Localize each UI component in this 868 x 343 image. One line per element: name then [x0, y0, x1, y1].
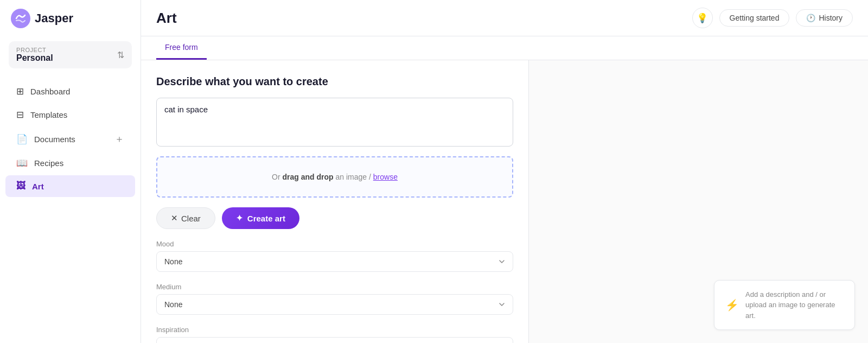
chevron-updown-icon: ⇅	[117, 50, 124, 60]
sparkle-icon: ✦	[236, 213, 243, 223]
medium-group: Medium None Oil painting Watercolor Digi…	[156, 283, 513, 315]
lightbulb-icon: 💡	[697, 12, 708, 24]
dropzone-text-or: Or	[272, 173, 282, 181]
description-textarea[interactable]	[156, 98, 513, 147]
inspiration-select[interactable]: None Monet Picasso Van Gogh Banksy	[156, 337, 513, 343]
book-icon: 📖	[16, 157, 28, 169]
topbar-actions: 💡 Getting started 🕐 History	[692, 8, 853, 28]
main-content: Art 💡 Getting started 🕐 History Free for…	[141, 0, 868, 343]
grid-icon: ⊞	[16, 86, 24, 97]
lightning-icon: ⚡	[725, 298, 739, 312]
project-label: PROJECT	[16, 47, 53, 53]
left-panel: Describe what you want to create Or drag…	[141, 60, 529, 343]
project-name: Personal	[16, 53, 53, 63]
sidebar: Jasper PROJECT Personal ⇅ ⊞ Dashboard ⊟ …	[0, 0, 141, 343]
form-title: Describe what you want to create	[156, 75, 513, 88]
sidebar-item-art[interactable]: 🖼 Art	[5, 175, 135, 197]
lightbulb-button[interactable]: 💡	[692, 8, 713, 28]
mood-select[interactable]: None Happy Sad Dramatic Mysterious	[156, 251, 513, 272]
dropzone-drag-text: drag and drop	[283, 173, 334, 181]
art-placeholder-card: ⚡ Add a description and / or upload an i…	[714, 280, 855, 331]
placeholder-text: Add a description and / or upload an ima…	[745, 289, 844, 321]
sidebar-item-label: Recipes	[34, 158, 63, 168]
history-button[interactable]: 🕐 History	[796, 9, 853, 27]
sidebar-item-recipes[interactable]: 📖 Recipes	[5, 152, 135, 174]
x-icon: ✕	[171, 213, 178, 223]
clear-label: Clear	[181, 214, 201, 223]
history-label: History	[819, 14, 843, 22]
medium-select[interactable]: None Oil painting Watercolor Digital art…	[156, 294, 513, 315]
create-art-label: Create art	[247, 214, 285, 223]
sidebar-item-label: Templates	[30, 110, 67, 119]
topbar: Art 💡 Getting started 🕐 History	[141, 0, 868, 36]
image-icon: 🖼	[16, 181, 25, 192]
tab-bar: Free form	[141, 36, 868, 60]
right-panel: ⚡ Add a description and / or upload an i…	[529, 60, 868, 343]
sidebar-item-templates[interactable]: ⊟ Templates	[5, 104, 135, 126]
action-buttons: ✕ Clear ✦ Create art	[156, 207, 513, 229]
tab-label: Free form	[165, 43, 198, 52]
sidebar-item-documents[interactable]: 📄 Documents ＋	[5, 127, 135, 151]
page-title: Art	[156, 10, 177, 27]
content-area: Describe what you want to create Or drag…	[141, 60, 868, 343]
dropzone[interactable]: Or drag and drop an image / browse	[156, 156, 513, 198]
jasper-logo-icon	[11, 9, 30, 28]
layout-icon: ⊟	[16, 109, 24, 120]
tab-free-form[interactable]: Free form	[156, 36, 207, 60]
sidebar-item-label: Art	[32, 182, 44, 191]
sidebar-item-label: Dashboard	[30, 87, 70, 96]
inspiration-label: Inspiration	[156, 326, 513, 334]
dropzone-text-image: an image /	[334, 173, 373, 181]
app-name: Jasper	[35, 11, 73, 26]
project-info: PROJECT Personal	[16, 47, 53, 63]
medium-label: Medium	[156, 283, 513, 291]
sidebar-item-dashboard[interactable]: ⊞ Dashboard	[5, 80, 135, 103]
clear-button[interactable]: ✕ Clear	[156, 207, 215, 229]
getting-started-button[interactable]: Getting started	[719, 9, 790, 27]
svg-point-0	[11, 9, 30, 28]
app-logo[interactable]: Jasper	[0, 0, 141, 37]
clock-icon: 🕐	[806, 14, 815, 22]
mood-label: Mood	[156, 240, 513, 248]
sidebar-item-label: Documents	[34, 135, 75, 144]
file-icon: 📄	[16, 134, 28, 145]
mood-group: Mood None Happy Sad Dramatic Mysterious	[156, 240, 513, 272]
create-art-button[interactable]: ✦ Create art	[222, 207, 299, 229]
project-selector[interactable]: PROJECT Personal ⇅	[9, 41, 132, 68]
sidebar-nav: ⊞ Dashboard ⊟ Templates 📄 Documents ＋ 📖 …	[0, 79, 141, 343]
inspiration-group: Inspiration None Monet Picasso Van Gogh …	[156, 326, 513, 343]
add-document-button[interactable]: ＋	[114, 132, 124, 145]
browse-link[interactable]: browse	[373, 173, 398, 181]
